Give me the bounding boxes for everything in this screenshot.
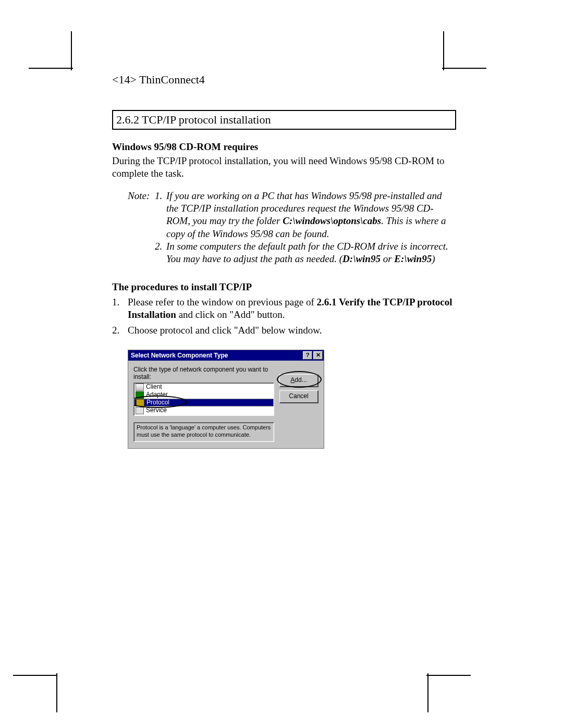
dialog-titlebar: Select Network Component Type ? ✕ (128, 350, 324, 361)
body-cdrom: During the TCP/IP protocol installation,… (112, 155, 456, 180)
page-header: <14> ThinConnect4 (112, 73, 456, 87)
crop-mark (426, 675, 471, 676)
close-icon[interactable]: ✕ (313, 351, 323, 360)
description-text: Protocol is a 'language' a computer uses… (133, 422, 274, 442)
dialog-left-panel: Click the type of network component you … (133, 366, 274, 442)
note-label: Note: (128, 190, 155, 240)
note-number: 2. (155, 240, 166, 266)
list-item-adapter[interactable]: Adapter (134, 391, 274, 399)
help-icon[interactable]: ? (303, 351, 312, 360)
crop-mark (442, 68, 486, 69)
crop-mark (443, 31, 444, 70)
crop-mark (427, 673, 429, 712)
list-item-service[interactable]: Service (134, 406, 274, 414)
note-text: In some computers the default path for t… (166, 240, 456, 266)
adapter-icon (136, 391, 144, 399)
note-number: 1. (155, 190, 166, 240)
note-text: If you are working on a PC that has Wind… (166, 190, 456, 240)
crop-mark (29, 68, 73, 69)
dialog-instruction: Click the type of network component you … (133, 366, 274, 380)
dialog-title: Select Network Component Type (131, 352, 302, 359)
page-content: <14> ThinConnect4 2.6.2 TCP/IP protocol … (112, 73, 456, 449)
cancel-button[interactable]: Cancel (279, 390, 319, 403)
subheading-procedures: The procedures to install TCP/IP (112, 281, 456, 293)
list-item-client[interactable]: Client (134, 383, 274, 391)
select-network-component-dialog: Select Network Component Type ? ✕ Click … (128, 350, 324, 449)
protocol-icon (136, 399, 144, 406)
procedure-step: 1. Please refer to the window on previou… (112, 296, 456, 322)
procedure-step: 2. Choose protocol and click "Add" below… (112, 324, 456, 337)
section-title: 2.6.2 TCP/IP protocol installation (112, 110, 456, 130)
service-icon (136, 407, 144, 414)
crop-mark (71, 31, 72, 70)
crop-mark (56, 673, 57, 712)
crop-mark (13, 675, 57, 676)
note-block: Note: 1. If you are working on a PC that… (128, 190, 456, 266)
add-button[interactable]: Add... (279, 374, 319, 387)
client-icon (136, 384, 144, 391)
dialog-body: Click the type of network component you … (128, 361, 324, 448)
component-type-listbox[interactable]: Client Adapter Protocol Service (133, 382, 274, 416)
list-item-protocol[interactable]: Protocol (134, 399, 274, 406)
dialog-right-panel: Add... Cancel (279, 366, 319, 442)
subheading-cdrom: Windows 95/98 CD-ROM requires (112, 141, 456, 153)
